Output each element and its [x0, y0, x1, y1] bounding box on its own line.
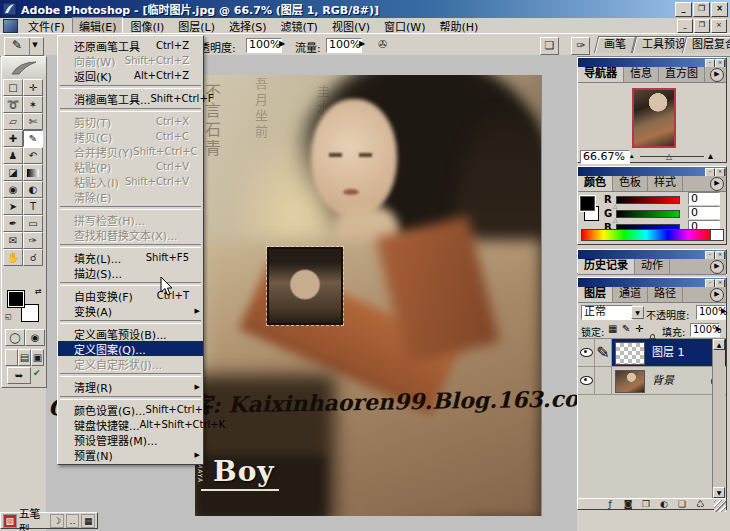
- history-brush-tool[interactable]: ↶: [23, 147, 43, 164]
- soft-keyboard-icon[interactable]: ▦: [81, 514, 95, 528]
- channel-r-slider[interactable]: [616, 196, 680, 204]
- eraser-tool[interactable]: ◪: [3, 164, 23, 181]
- edit-menu-item[interactable]: 变换(A)▶: [58, 303, 203, 318]
- rectangular-marquee-tool[interactable]: □: [3, 79, 23, 96]
- channel-r-value[interactable]: 0: [688, 192, 720, 205]
- eye-icon[interactable]: [580, 376, 593, 385]
- layer-selected-area[interactable]: 图层 1: [612, 339, 726, 366]
- menubar-item-6[interactable]: 滤镜(T): [274, 17, 325, 35]
- new-layer-button[interactable]: ❏: [674, 499, 690, 511]
- ime-indicator-icon[interactable]: ▨: [3, 514, 17, 528]
- adobe-feather-logo[interactable]: [2, 57, 46, 79]
- layer-thumbnail[interactable]: [615, 370, 645, 393]
- panel-menu-icon[interactable]: ▶: [710, 68, 724, 82]
- lock-pixels-icon[interactable]: ✎: [622, 323, 630, 334]
- doc-minimize-button[interactable]: _: [677, 19, 693, 33]
- doc-close-button[interactable]: ×: [711, 19, 727, 33]
- edit-menu-item[interactable]: 填充(L)...Shift+F5: [58, 250, 203, 265]
- pen-tool[interactable]: ✒: [3, 215, 23, 232]
- lock-position-icon[interactable]: ✛: [635, 323, 643, 334]
- lock-transparency-icon[interactable]: ▦: [608, 323, 617, 334]
- zoom-in-icon[interactable]: ▴: [708, 150, 713, 161]
- foreground-swatch[interactable]: [580, 196, 595, 211]
- navigator-zoom-field[interactable]: 66.67%: [580, 150, 630, 164]
- zoom-out-icon[interactable]: ▴: [630, 152, 634, 160]
- quick-mask-mode-button[interactable]: ◉: [25, 329, 45, 346]
- tab-channels[interactable]: 通道: [613, 287, 648, 302]
- type-tool[interactable]: T: [23, 198, 43, 215]
- doc-restore-button[interactable]: ❐: [694, 19, 710, 33]
- zoom-tool[interactable]: ☌: [23, 249, 43, 266]
- standard-mode-button[interactable]: ◯: [5, 329, 25, 346]
- fullscreen-button[interactable]: ▣: [31, 349, 44, 366]
- tab-histogram[interactable]: 直方图: [659, 67, 705, 82]
- fullwidth-moon-icon[interactable]: ☽: [50, 514, 64, 528]
- blur-tool[interactable]: ◉: [3, 181, 23, 198]
- opacity-field[interactable]: 100%: [246, 38, 282, 53]
- menubar-item-2[interactable]: 编辑(E): [72, 17, 124, 35]
- tab-swatches[interactable]: 色板: [613, 176, 648, 191]
- move-tool[interactable]: ✛: [23, 79, 43, 96]
- delete-layer-button[interactable]: ♺: [692, 499, 708, 511]
- tab-actions[interactable]: 动作: [635, 259, 670, 274]
- menubar-item-3[interactable]: 图像(I): [123, 17, 171, 35]
- zoom-slider-handle[interactable]: △: [666, 152, 672, 161]
- new-group-button[interactable]: ❐: [638, 499, 654, 511]
- tab-navigator[interactable]: 导航器: [578, 67, 624, 82]
- ime-language-bar[interactable]: ▨ 五笔型 ☽ ‥ ▦: [0, 512, 98, 529]
- flow-spinner[interactable]: ▶: [359, 39, 365, 48]
- shape-tool[interactable]: ▭: [23, 215, 43, 232]
- color-titlebar[interactable]: – ×: [578, 167, 726, 176]
- edit-menu-item[interactable]: 定义画笔预设(B)...: [58, 326, 203, 341]
- tab-history[interactable]: 历史记录: [578, 259, 635, 274]
- foreground-color-swatch[interactable]: [7, 290, 25, 308]
- new-adjustment-layer-button[interactable]: ◐: [656, 499, 672, 511]
- scroll-up-icon[interactable]: ▲: [713, 339, 725, 350]
- edit-menu-item[interactable]: 定义图案(Q)...: [58, 341, 203, 356]
- color-spectrum-ramp[interactable]: [581, 229, 711, 241]
- brushes-palette-icon[interactable]: ✑: [571, 37, 590, 55]
- edit-menu-item[interactable]: 返回(K)Alt+Ctrl+Z: [58, 68, 203, 83]
- edit-menu-item[interactable]: 清理(R)▶: [58, 379, 203, 394]
- airbrush-toggle-icon[interactable]: ✇: [374, 37, 391, 53]
- path-selection-tool[interactable]: ➤: [3, 198, 23, 215]
- chevron-down-icon[interactable]: ▼: [631, 306, 644, 319]
- add-layer-style-button[interactable]: ƒ: [602, 499, 618, 511]
- edit-menu-item[interactable]: 预置(N)▶: [58, 447, 203, 462]
- layer-thumbnail[interactable]: [615, 342, 645, 365]
- menubar-item-1[interactable]: 文件(F): [21, 17, 72, 35]
- history-titlebar[interactable]: – ×: [578, 250, 726, 259]
- fill-spinner[interactable]: ▶: [716, 325, 721, 333]
- add-layer-mask-button[interactable]: ◙: [620, 499, 636, 511]
- menubar-item-8[interactable]: 窗口(W): [377, 17, 432, 35]
- edit-menu-item[interactable]: 自由变换(F)Ctrl+T: [58, 288, 203, 303]
- ime-mode-label[interactable]: 五笔型: [19, 505, 49, 531]
- flow-field[interactable]: 100%: [326, 38, 362, 53]
- edit-menu-item[interactable]: 还原画笔工具Ctrl+Z: [58, 38, 203, 53]
- edit-menu-item[interactable]: 预设管理器(M)...: [58, 432, 203, 447]
- well-tab-brushes[interactable]: 画笔: [594, 36, 636, 53]
- punctuation-icon[interactable]: ‥: [66, 514, 80, 528]
- menubar-item-9[interactable]: 帮助(H): [432, 17, 485, 35]
- crop-tool[interactable]: ▱: [3, 113, 23, 130]
- layer-row[interactable]: ✎ 图层 1: [578, 339, 726, 367]
- opacity-spinner[interactable]: ▶: [721, 307, 726, 315]
- panel-menu-icon[interactable]: ▶: [710, 260, 724, 274]
- edit-menu-item[interactable]: 描边(S)...: [58, 265, 203, 280]
- hand-tool[interactable]: ✋: [3, 249, 23, 266]
- link-cell[interactable]: [595, 367, 612, 394]
- menubar-item-5[interactable]: 选择(S): [222, 17, 274, 35]
- layer-name[interactable]: 背景: [648, 367, 674, 394]
- layer-name[interactable]: 图层 1: [648, 339, 685, 366]
- opacity-spinner[interactable]: ▶: [279, 39, 285, 48]
- magic-wand-tool[interactable]: ✶: [23, 96, 43, 113]
- default-colors-icon[interactable]: ◱: [5, 313, 12, 321]
- resize-grip[interactable]: [714, 500, 726, 512]
- imageready-jump-button[interactable]: ➥: [7, 367, 31, 384]
- navigator-thumbnail[interactable]: [632, 88, 676, 148]
- app-close-button[interactable]: ×: [711, 2, 728, 17]
- edit-menu-item[interactable]: 键盘快捷键...Alt+Shift+Ctrl+K: [58, 417, 203, 432]
- scroll-down-icon[interactable]: ▼: [713, 487, 725, 498]
- edit-menu-item[interactable]: 消褪画笔工具...Shift+Ctrl+F: [58, 91, 203, 106]
- swap-colors-icon[interactable]: ⇄: [35, 287, 42, 296]
